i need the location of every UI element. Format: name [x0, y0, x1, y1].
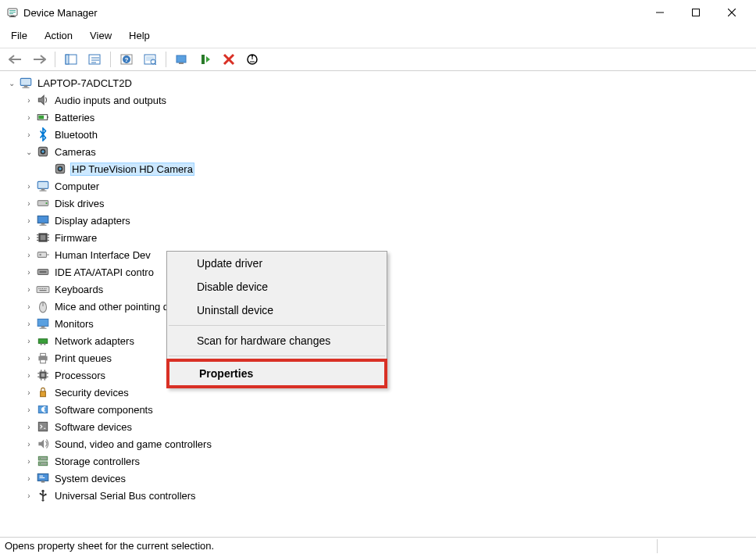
svg-point-45 — [45, 202, 47, 204]
tree-root-label: LAPTOP-7ADCLT2D — [36, 77, 134, 90]
context-menu-item-update-driver[interactable]: Update driver — [167, 252, 387, 275]
tree-category-label: Security devices — [53, 386, 130, 399]
tree-category[interactable]: › Batteries — [23, 109, 756, 126]
system-icon — [36, 471, 50, 485]
tree-category[interactable]: › Display adapters — [23, 212, 756, 229]
tree-category-label: Firmware — [53, 231, 98, 245]
context-menu-item-scan-for-hardware-changes[interactable]: Scan for hardware changes — [167, 329, 387, 352]
expand-icon[interactable]: › — [23, 438, 34, 449]
tree-category[interactable]: › Software components — [23, 401, 756, 418]
tree-category[interactable]: › Keyboards — [23, 281, 756, 298]
properties-button[interactable] — [85, 50, 104, 69]
collapse-icon[interactable]: ⌄ — [23, 146, 34, 157]
expand-icon[interactable]: › — [23, 490, 34, 501]
menu-action[interactable]: Action — [37, 27, 80, 45]
uninstall-device-button[interactable] — [219, 50, 238, 69]
tree-category[interactable]: › Monitors — [23, 315, 756, 332]
status-separator — [657, 539, 658, 553]
expand-icon[interactable]: › — [23, 284, 34, 295]
menu-view[interactable]: View — [82, 27, 119, 45]
svg-rect-33 — [48, 116, 48, 118]
tree-device[interactable]: HP TrueVision HD Camera — [41, 160, 756, 177]
tree-category[interactable]: › IDE ATA/ATAPI contro — [23, 263, 756, 281]
expand-icon[interactable]: › — [23, 266, 34, 277]
tree-category-label: Disk drives — [53, 197, 106, 210]
expand-icon[interactable]: › — [23, 456, 34, 466]
expand-icon[interactable]: › — [23, 215, 34, 226]
ide-icon — [36, 265, 50, 279]
expand-icon[interactable]: › — [23, 421, 34, 432]
expand-icon[interactable]: › — [23, 370, 34, 381]
forward-button[interactable] — [30, 50, 48, 69]
menu-file[interactable]: File — [3, 27, 35, 45]
tree-category[interactable]: › Bluetooth — [23, 126, 756, 143]
svg-rect-30 — [24, 85, 28, 87]
scan-hardware-button[interactable] — [141, 50, 159, 69]
tree-device-label: HP TrueVision HD Camera — [70, 163, 194, 176]
expand-icon[interactable]: › — [23, 301, 34, 312]
close-button[interactable] — [714, 1, 750, 24]
tree-category[interactable]: › Disk drives — [23, 195, 756, 212]
update-driver-button[interactable] — [173, 50, 191, 69]
expand-icon[interactable]: › — [23, 335, 34, 346]
expand-icon[interactable]: › — [23, 404, 34, 415]
context-menu-item-properties[interactable]: Properties — [169, 362, 384, 385]
back-button[interactable] — [6, 50, 25, 69]
svg-rect-47 — [41, 223, 45, 224]
tree-category[interactable]: › Firmware — [23, 229, 756, 246]
svg-rect-64 — [42, 288, 43, 289]
tree-category[interactable]: › Human Interface Dev — [23, 246, 756, 263]
show-hide-button[interactable] — [62, 50, 80, 69]
tree-category[interactable]: › Universal Serial Bus controllers — [23, 487, 756, 504]
svg-rect-99 — [40, 477, 45, 478]
disable-device-button[interactable] — [243, 50, 262, 69]
tree-category[interactable]: ⌄ Cameras — [23, 143, 756, 160]
device-tree[interactable]: ⌄ LAPTOP-7ADCLT2D › Audio inputs and out… — [0, 71, 756, 538]
expand-icon[interactable]: › — [23, 95, 34, 105]
svg-rect-1 — [9, 10, 16, 11]
svg-rect-4 — [11, 16, 14, 16]
svg-rect-60 — [40, 271, 47, 273]
svg-rect-92 — [38, 422, 47, 431]
expand-icon[interactable]: › — [23, 180, 34, 191]
expand-icon[interactable]: › — [23, 232, 34, 243]
tree-category[interactable]: › Computer — [23, 177, 756, 195]
tree-root-node[interactable]: ⌄ LAPTOP-7ADCLT2D — [6, 74, 756, 91]
expand-icon[interactable]: › — [23, 318, 34, 329]
expand-icon[interactable]: › — [23, 249, 34, 260]
expand-icon[interactable]: › — [23, 473, 34, 484]
tree-category[interactable]: › Print queues — [23, 349, 756, 366]
context-menu-item-uninstall-device[interactable]: Uninstall device — [167, 298, 387, 322]
maximize-button[interactable] — [678, 1, 714, 24]
tree-category[interactable]: › System devices — [23, 470, 756, 487]
software-icon — [36, 402, 50, 416]
svg-rect-63 — [41, 288, 41, 289]
tree-category[interactable]: › Sound, video and game controllers — [23, 435, 756, 452]
expand-icon[interactable]: › — [23, 352, 34, 363]
menu-help[interactable]: Help — [121, 27, 158, 45]
tree-category-label: Storage controllers — [53, 455, 141, 468]
help-button[interactable]: ? — [117, 50, 136, 69]
svg-rect-31 — [23, 88, 30, 88]
security-icon — [36, 385, 50, 399]
enable-device-button[interactable] — [196, 50, 215, 69]
tree-category[interactable]: › Mice and other pointing devices — [23, 298, 756, 315]
tree-category[interactable]: › Audio inputs and outputs — [23, 91, 756, 109]
tree-category[interactable]: › Storage controllers — [23, 452, 756, 470]
svg-rect-77 — [41, 353, 46, 356]
tree-category[interactable]: › Processors — [23, 366, 756, 384]
expand-icon[interactable]: › — [23, 129, 34, 140]
svg-point-96 — [40, 463, 41, 464]
tree-category-label: Human Interface Dev — [53, 248, 152, 262]
tree-category[interactable]: › Network adapters — [23, 332, 756, 349]
window-title: Device Manager — [23, 7, 642, 19]
expand-icon[interactable]: › — [23, 112, 34, 123]
tree-category-label: IDE ATA/ATAPI contro — [53, 266, 155, 279]
minimize-button[interactable] — [642, 1, 678, 24]
collapse-icon[interactable]: ⌄ — [6, 77, 17, 88]
tree-category[interactable]: › Security devices — [23, 384, 756, 401]
expand-icon[interactable]: › — [23, 198, 34, 209]
expand-icon[interactable]: › — [23, 387, 34, 398]
tree-category[interactable]: › Software devices — [23, 418, 756, 435]
context-menu-item-disable-device[interactable]: Disable device — [167, 275, 387, 298]
